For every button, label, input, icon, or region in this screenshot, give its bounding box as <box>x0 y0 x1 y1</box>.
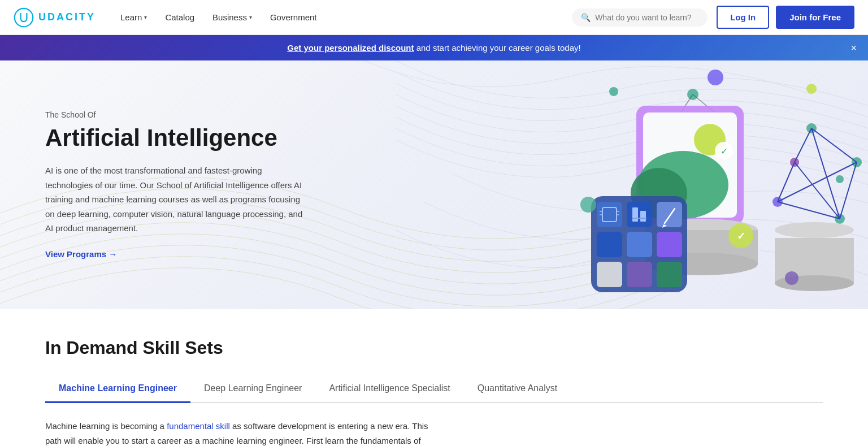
tab-content-area: Machine learning is becoming a fundament… <box>45 419 441 446</box>
hero-school-label: The School Of <box>45 110 305 119</box>
skill-tabs: Machine Learning Engineer Deep Learning … <box>45 376 823 403</box>
promo-close-button[interactable]: × <box>850 43 857 53</box>
svg-text:✓: ✓ <box>737 231 745 242</box>
svg-rect-50 <box>640 211 646 222</box>
svg-rect-40 <box>657 232 682 257</box>
svg-point-57 <box>836 175 844 183</box>
login-button[interactable]: Log In <box>717 6 769 29</box>
nav-business[interactable]: Business ▾ <box>206 8 259 27</box>
hero-title: Artificial Intelligence <box>45 124 305 152</box>
svg-rect-41 <box>597 262 622 287</box>
search-bar[interactable]: 🔍 <box>572 8 708 27</box>
svg-rect-51 <box>632 218 646 219</box>
tab-ml-engineer[interactable]: Machine Learning Engineer <box>45 376 190 403</box>
svg-line-22 <box>811 128 840 219</box>
svg-line-26 <box>778 202 840 219</box>
nav-catalog[interactable]: Catalog <box>158 8 201 27</box>
tab-content-text: Machine learning is becoming a fundament… <box>45 419 441 446</box>
svg-point-31 <box>775 222 854 238</box>
in-demand-section: In Demand Skill Sets Machine Learning En… <box>0 309 868 446</box>
logo-text: UDACITY <box>38 11 96 23</box>
svg-point-56 <box>609 87 618 96</box>
udacity-logo-icon <box>14 7 34 28</box>
search-input[interactable] <box>595 13 698 22</box>
site-logo[interactable]: UDACITY <box>14 7 96 28</box>
hero-section: The School Of Artificial Intelligence AI… <box>0 60 868 309</box>
svg-point-54 <box>708 70 723 85</box>
nav-links: Learn ▾ Catalog Business ▾ Government <box>114 8 563 27</box>
nav-actions: Log In Join for Free <box>717 6 854 29</box>
promo-banner: Get your personalized discount and start… <box>0 35 868 60</box>
svg-rect-43 <box>657 262 682 287</box>
join-button[interactable]: Join for Free <box>776 6 854 29</box>
svg-rect-37 <box>657 202 682 227</box>
tab-dl-engineer[interactable]: Deep Learning Engineer <box>190 376 315 403</box>
svg-line-21 <box>795 128 811 162</box>
svg-text:✓: ✓ <box>721 146 728 156</box>
nav-learn[interactable]: Learn ▾ <box>114 8 154 27</box>
tab-quant-analyst[interactable]: Quantitative Analyst <box>464 376 571 403</box>
navbar: UDACITY Learn ▾ Catalog Business ▾ Gover… <box>0 0 868 35</box>
svg-rect-36 <box>627 202 652 227</box>
svg-point-55 <box>806 84 817 94</box>
hero-content: The School Of Artificial Intelligence AI… <box>0 76 350 293</box>
business-chevron-icon: ▾ <box>249 14 252 20</box>
svg-line-20 <box>811 128 857 162</box>
svg-point-61 <box>785 271 798 285</box>
tab-content-highlight: fundamental skill <box>167 421 230 431</box>
svg-rect-39 <box>627 232 652 257</box>
svg-line-23 <box>840 162 857 219</box>
view-programs-link[interactable]: View Programs → <box>45 249 117 259</box>
svg-line-24 <box>778 162 857 202</box>
in-demand-title: In Demand Skill Sets <box>45 337 823 358</box>
tab-ai-specialist[interactable]: Artificial Intelligence Specialist <box>315 376 463 403</box>
promo-link[interactable]: Get your personalized discount <box>287 43 414 53</box>
svg-rect-42 <box>627 262 652 287</box>
nav-government[interactable]: Government <box>263 8 324 27</box>
hero-illustration: ✓ <box>518 60 868 309</box>
svg-rect-49 <box>632 207 638 222</box>
ai-illustration-svg: ✓ <box>523 60 862 309</box>
promo-text: Get your personalized discount and start… <box>287 43 580 53</box>
svg-line-25 <box>778 162 795 202</box>
hero-description: AI is one of the most transformational a… <box>45 163 305 236</box>
svg-rect-38 <box>597 232 622 257</box>
svg-point-58 <box>580 197 596 213</box>
search-icon: 🔍 <box>581 13 591 22</box>
learn-chevron-icon: ▾ <box>144 14 147 20</box>
